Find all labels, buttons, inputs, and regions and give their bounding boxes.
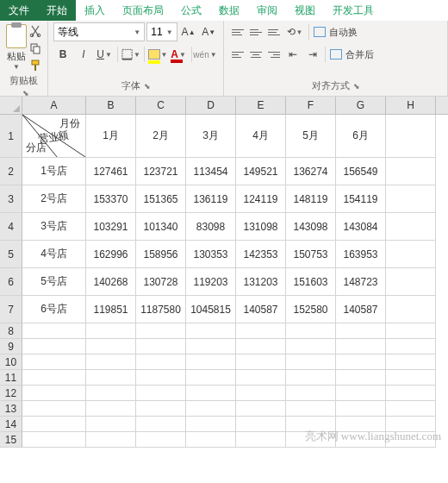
increase-font-button[interactable]: A▲ <box>179 22 198 41</box>
cell[interactable] <box>86 386 136 401</box>
cell[interactable] <box>86 432 136 448</box>
cell[interactable]: 140587 <box>236 296 286 323</box>
row-header-9[interactable]: 9 <box>0 339 22 354</box>
col-header-F[interactable]: F <box>286 97 336 114</box>
cell[interactable]: 163953 <box>336 241 386 268</box>
cell[interactable] <box>386 185 436 213</box>
cell[interactable] <box>186 339 236 354</box>
cell[interactable]: 131203 <box>236 268 286 296</box>
col-header-G[interactable]: G <box>336 97 386 114</box>
tab-developer[interactable]: 开发工具 <box>324 0 383 21</box>
fill-color-button[interactable]: ▼ <box>148 45 167 64</box>
align-center-button[interactable] <box>247 46 264 63</box>
cell[interactable] <box>22 432 86 448</box>
cell[interactable] <box>136 401 186 417</box>
cell[interactable]: 149521 <box>236 158 286 185</box>
cell[interactable] <box>86 339 136 354</box>
wrap-text-button[interactable]: 自动换 <box>312 23 359 41</box>
cell[interactable]: 月份营业额分店 <box>22 115 86 158</box>
cell[interactable]: 140587 <box>336 296 386 323</box>
cell[interactable] <box>186 354 236 370</box>
cell[interactable]: 2号店 <box>22 185 86 213</box>
cell[interactable]: 136274 <box>286 158 336 185</box>
cell[interactable]: 136119 <box>186 185 236 213</box>
cell[interactable] <box>136 386 186 401</box>
row-header-10[interactable]: 10 <box>0 354 22 370</box>
tab-formula[interactable]: 公式 <box>172 0 210 21</box>
cell[interactable] <box>336 386 386 401</box>
cell[interactable]: 5号店 <box>22 268 86 296</box>
copy-button[interactable] <box>28 41 42 55</box>
cell[interactable] <box>22 354 86 370</box>
cell[interactable]: 140268 <box>86 268 136 296</box>
cell[interactable]: 124119 <box>236 185 286 213</box>
cell[interactable] <box>236 323 286 339</box>
cell[interactable] <box>386 213 436 241</box>
row-header-5[interactable]: 5 <box>0 241 22 268</box>
cell[interactable] <box>286 401 336 417</box>
cell[interactable] <box>136 370 186 386</box>
cell[interactable]: 131098 <box>236 213 286 241</box>
cell[interactable]: 142353 <box>236 241 286 268</box>
decrease-indent-button[interactable]: ⇤ <box>283 45 302 64</box>
cell[interactable] <box>136 432 186 448</box>
cell[interactable] <box>186 323 236 339</box>
col-header-A[interactable]: A <box>22 97 86 114</box>
cell[interactable]: 6月 <box>336 115 386 158</box>
cell[interactable]: 151603 <box>286 268 336 296</box>
row-header-14[interactable]: 14 <box>0 417 22 432</box>
cell[interactable] <box>86 354 136 370</box>
border-button[interactable]: ▼ <box>121 45 140 64</box>
tab-data[interactable]: 数据 <box>210 0 248 21</box>
cell[interactable] <box>386 241 436 268</box>
tab-review[interactable]: 审阅 <box>248 0 286 21</box>
cell[interactable] <box>336 339 386 354</box>
cell[interactable]: 83098 <box>186 213 236 241</box>
cell[interactable] <box>286 354 336 370</box>
cell[interactable]: 148119 <box>286 185 336 213</box>
cell[interactable] <box>386 268 436 296</box>
row-header-4[interactable]: 4 <box>0 213 22 241</box>
col-header-E[interactable]: E <box>236 97 286 114</box>
cell[interactable] <box>386 354 436 370</box>
cell[interactable] <box>336 401 386 417</box>
cell[interactable] <box>286 339 336 354</box>
cell[interactable]: 162996 <box>86 241 136 268</box>
cell[interactable]: 153370 <box>86 185 136 213</box>
col-header-C[interactable]: C <box>136 97 186 114</box>
cell[interactable]: 143098 <box>286 213 336 241</box>
cell[interactable]: 130728 <box>136 268 186 296</box>
cell[interactable] <box>22 323 86 339</box>
orientation-button[interactable]: ⟲▼ <box>283 22 306 41</box>
italic-button[interactable]: I <box>74 45 93 64</box>
cell[interactable] <box>86 417 136 432</box>
bold-button[interactable]: B <box>53 45 72 64</box>
cell[interactable] <box>386 115 436 158</box>
select-all-corner[interactable] <box>0 97 22 114</box>
align-middle-button[interactable] <box>247 23 264 41</box>
cell[interactable] <box>236 339 286 354</box>
align-right-button[interactable] <box>265 46 283 63</box>
dialog-launcher-icon[interactable]: ⬊ <box>353 82 360 91</box>
cell[interactable] <box>386 296 436 323</box>
cell[interactable] <box>386 386 436 401</box>
cell[interactable] <box>386 158 436 185</box>
cell[interactable] <box>236 354 286 370</box>
cell[interactable]: 4号店 <box>22 241 86 268</box>
cell[interactable] <box>386 339 436 354</box>
cell[interactable]: 1187580 <box>136 296 186 323</box>
merge-center-button[interactable]: 合并后 <box>328 46 376 63</box>
cell[interactable] <box>336 370 386 386</box>
cell[interactable] <box>186 417 236 432</box>
cell[interactable]: 151365 <box>136 185 186 213</box>
cell[interactable]: 1045815 <box>186 296 236 323</box>
cell[interactable]: 150753 <box>286 241 336 268</box>
cell[interactable]: 158956 <box>136 241 186 268</box>
cell[interactable] <box>22 417 86 432</box>
font-color-button[interactable]: A▼ <box>169 45 188 64</box>
cell[interactable] <box>22 386 86 401</box>
cut-button[interactable] <box>28 24 42 38</box>
align-left-button[interactable] <box>229 46 246 63</box>
cell[interactable]: 127461 <box>86 158 136 185</box>
cell[interactable]: 5月 <box>286 115 336 158</box>
